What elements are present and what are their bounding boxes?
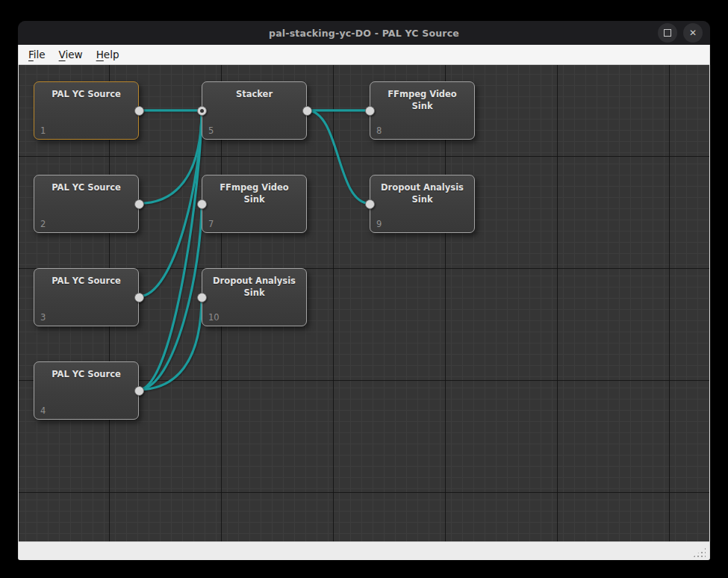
maximize-button[interactable]	[658, 23, 677, 43]
port-1-out[interactable]	[134, 106, 144, 116]
node-title: Dropout Analysis Sink	[370, 181, 474, 205]
menu-item-help[interactable]: Help	[90, 47, 126, 62]
node-title: FFmpeg Video Sink	[202, 181, 306, 205]
port-10-in[interactable]	[197, 293, 207, 302]
node-dropout-analysis-sink-10[interactable]: Dropout Analysis Sink10	[202, 268, 307, 326]
node-number: 3	[40, 312, 46, 323]
node-number: 9	[376, 219, 382, 229]
app-window: pal-stacking-yc-DO - PAL YC Source ✕ Fil…	[18, 21, 710, 560]
window-controls: ✕	[658, 21, 703, 45]
node-number: 2	[40, 219, 46, 229]
node-pal-yc-source-3[interactable]: PAL YC Source3	[34, 268, 139, 326]
node-title: FFmpeg Video Sink	[370, 88, 474, 112]
connection-4-to-5[interactable]	[139, 111, 202, 390]
port-3-out[interactable]	[134, 293, 144, 302]
connection-4-to-7[interactable]	[139, 203, 202, 389]
menu-item-view[interactable]: View	[52, 47, 90, 62]
node-number: 7	[208, 219, 214, 229]
node-ffmpeg-video-sink-8[interactable]: FFmpeg Video Sink8	[370, 81, 475, 140]
node-ffmpeg-video-sink-7[interactable]: FFmpeg Video Sink7	[202, 175, 307, 233]
node-title: Dropout Analysis Sink	[202, 275, 306, 299]
node-number: 1	[40, 125, 46, 136]
node-dropout-analysis-sink-9[interactable]: Dropout Analysis Sink9	[370, 175, 475, 233]
node-number: 5	[208, 125, 214, 136]
port-9-in[interactable]	[365, 199, 375, 209]
port-8-in[interactable]	[365, 106, 375, 116]
node-number: 10	[208, 312, 220, 323]
node-graph-canvas[interactable]: PAL YC Source1PAL YC Source2PAL YC Sourc…	[19, 65, 709, 541]
node-pal-yc-source-1[interactable]: PAL YC Source1	[34, 81, 139, 140]
window-body: FileViewHelp PAL YC Source1PAL YC Source…	[18, 45, 710, 560]
title-bar[interactable]: pal-stacking-yc-DO - PAL YC Source ✕	[18, 21, 710, 45]
maximize-icon	[664, 29, 671, 37]
close-button[interactable]: ✕	[683, 23, 703, 43]
node-number: 8	[376, 125, 382, 136]
menu-item-file[interactable]: File	[22, 47, 52, 62]
node-number: 4	[40, 405, 46, 416]
node-title: PAL YC Source	[34, 368, 138, 380]
node-title: PAL YC Source	[34, 88, 138, 100]
connection-5-to-9[interactable]	[307, 111, 370, 204]
port-7-in[interactable]	[197, 199, 207, 209]
status-bar	[19, 541, 709, 560]
connection-4-to-10[interactable]	[139, 296, 202, 390]
port-5-in[interactable]	[197, 106, 207, 116]
resize-grip-icon[interactable]	[693, 547, 706, 557]
node-title: PAL YC Source	[34, 275, 138, 287]
node-stacker-5[interactable]: Stacker5	[202, 81, 307, 140]
menu-bar: FileViewHelp	[19, 45, 709, 65]
port-2-out[interactable]	[134, 199, 144, 209]
node-title: PAL YC Source	[34, 181, 138, 193]
close-icon: ✕	[689, 28, 697, 37]
window-title: pal-stacking-yc-DO - PAL YC Source	[269, 28, 459, 39]
port-4-out[interactable]	[134, 386, 144, 396]
node-pal-yc-source-2[interactable]: PAL YC Source2	[34, 175, 139, 233]
node-pal-yc-source-4[interactable]: PAL YC Source4	[34, 361, 139, 420]
node-title: Stacker	[202, 88, 306, 100]
port-5-out[interactable]	[302, 106, 312, 116]
